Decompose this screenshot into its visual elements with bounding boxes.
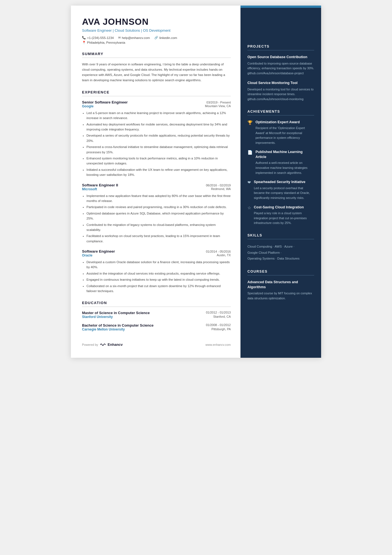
edu-entry-1: Master of Science in Computer Science 01…: [82, 311, 231, 319]
achievement-desc-2: Authored a well-received article on inno…: [255, 161, 314, 175]
job-company-3: Oracle: [82, 253, 92, 257]
job-bullets-1: Led a 5-person team on a machine learnin…: [82, 110, 231, 177]
job-location-2: Redmond, WA: [211, 187, 231, 191]
project-entry-1: Open Source Database Contribution Contri…: [247, 55, 314, 76]
bullet: Facilitated a workshop on cloud security…: [86, 233, 231, 244]
location-text: Philadelphia, Pennsylvania: [87, 41, 125, 44]
bullet: Led a 5-person team on a machine learnin…: [86, 110, 231, 121]
enhancv-brand-text: Enhancv: [108, 342, 123, 347]
achievement-title-4: Cost-Saving Cloud Integration: [254, 205, 314, 210]
job-dates-3: 01/2014 - 05/2016: [206, 250, 231, 253]
skills-line-2: Google Cloud Platform ·: [247, 250, 314, 256]
job-entry-2: Software Engineer II 06/2016 - 02/2019 M…: [82, 183, 231, 244]
phone-icon: 📞: [82, 36, 86, 40]
edu-school-1: Stanford University: [82, 315, 113, 319]
enhancv-logo-icon: [100, 343, 106, 347]
bullet: Enhanced system monitoring tools to trac…: [86, 156, 231, 166]
edu-degree-1: Master of Science in Computer Science: [82, 311, 150, 315]
footer-website: www.enhancv.com: [205, 343, 231, 346]
contact-row: 📞 +1-(234)-555-1234 ✉ help@enhancv.com 🔗…: [82, 36, 231, 40]
achievements-title: ACHIEVEMENTS: [247, 110, 314, 115]
education-title: EDUCATION: [82, 301, 231, 307]
achievement-3: ❤ Spearheaded Security Initiative Led a …: [247, 180, 314, 200]
course-desc-1: Specialized course by MIT focusing on co…: [247, 291, 314, 301]
edu-dates-1: 01/2012 - 01/2013: [206, 311, 231, 315]
job-company-row-3: Oracle Austin, TX: [82, 253, 231, 257]
projects-title: PROJECTS: [247, 45, 314, 50]
job-title-2: Software Engineer II: [82, 183, 118, 187]
bullet: Implemented a new application feature th…: [86, 193, 231, 204]
top-stripe: [240, 6, 321, 8]
edu-header-1: Master of Science in Computer Science 01…: [82, 311, 231, 315]
powered-by-label: Powered by: [82, 343, 98, 346]
job-bullets-3: Developed a custom Oracle database solut…: [82, 260, 231, 293]
edu-location-2: Pittsburgh, PA: [212, 327, 231, 331]
email-icon: ✉: [118, 36, 121, 40]
bullet: Engaged in continuous learning initiativ…: [86, 277, 231, 282]
achievement-4: ☆ Cost-Saving Cloud Integration Played a…: [247, 205, 314, 226]
achievement-desc-1: Recipient of the 'Optimization Expert Aw…: [255, 126, 314, 145]
skills-section: SKILLS Cloud Computing · AWS · Azure · G…: [247, 233, 314, 262]
left-column: AVA JOHNSON Software Engineer | Cloud So…: [71, 6, 240, 358]
phone-text: +1-(234)-555-1234: [87, 36, 114, 40]
job-entry-1: Senior Software Engineer 03/2019 - Prese…: [82, 100, 231, 177]
job-header-1: Senior Software Engineer 03/2019 - Prese…: [82, 100, 231, 104]
courses-title: COURSES: [247, 270, 314, 275]
summary-section: SUMMARY With over 9 years of experience …: [82, 52, 231, 83]
summary-title: SUMMARY: [82, 52, 231, 58]
skills-line-3: Operating Systems · Data Structures: [247, 256, 314, 262]
achievement-title-2: Published Machine Learning Article: [255, 150, 314, 159]
job-company-row-1: Google Mountain View, CA: [82, 104, 231, 108]
project-title-2: Cloud Service Monitoring Tool: [247, 81, 314, 86]
achievement-title-3: Spearheaded Security Initiative: [254, 180, 314, 185]
candidate-title: Software Engineer | Cloud Solutions | OS…: [82, 28, 231, 33]
edu-header-2: Bachelor of Science in Computer Science …: [82, 323, 231, 327]
linkedin-contact: 🔗 linkedin.com: [154, 36, 177, 40]
trophy-icon: 🏆: [247, 120, 253, 125]
bullet: Pioneered a cross-functional initiative …: [86, 144, 231, 155]
job-company-2: Microsoft: [82, 187, 97, 191]
course-entry-1: Advanced Data Structures and Algorithms …: [247, 280, 314, 301]
achievements-section: ACHIEVEMENTS 🏆 Optimization Expert Award…: [247, 110, 314, 226]
job-title-3: Software Engineer: [82, 249, 115, 253]
bullet: Collaborated on a six-month project that…: [86, 283, 231, 294]
edu-location-1: Stanford, CA: [213, 315, 231, 319]
bullet: Developed a custom Oracle database solut…: [86, 260, 231, 270]
resume-wrapper: AVA JOHNSON Software Engineer | Cloud So…: [71, 6, 321, 358]
edu-dates-2: 01/2008 - 01/2012: [206, 323, 231, 327]
courses-section: COURSES Advanced Data Structures and Alg…: [247, 270, 314, 301]
linkedin-icon: 🔗: [154, 36, 158, 40]
edu-school-2: Carnegie Mellon University: [82, 327, 125, 331]
job-header-2: Software Engineer II 06/2016 - 02/2019: [82, 183, 231, 187]
experience-title: EXPERIENCE: [82, 90, 231, 96]
job-header-3: Software Engineer 01/2014 - 05/2016: [82, 249, 231, 253]
summary-text: With over 9 years of experience in softw…: [82, 62, 231, 83]
heart-icon: ❤: [247, 180, 251, 185]
edu-degree-2: Bachelor of Science in Computer Science: [82, 323, 153, 327]
bullet: Optimized database queries in Azure SQL …: [86, 211, 231, 221]
candidate-name: AVA JOHNSON: [82, 17, 231, 27]
project-entry-2: Cloud Service Monitoring Tool Developed …: [247, 81, 314, 102]
achievement-2: 📄 Published Machine Learning Article Aut…: [247, 150, 314, 175]
bullet: Developed a series of security protocols…: [86, 133, 231, 143]
job-location-3: Austin, TX: [217, 253, 231, 257]
job-location-1: Mountain View, CA: [205, 104, 231, 108]
edu-school-row-1: Stanford University Stanford, CA: [82, 315, 231, 319]
job-company-row-2: Microsoft Redmond, WA: [82, 187, 231, 191]
achievement-title-1: Optimization Expert Award: [255, 120, 314, 125]
projects-section: PROJECTS Open Source Database Contributi…: [247, 45, 314, 102]
job-bullets-2: Implemented a new application feature th…: [82, 193, 231, 244]
project-title-1: Open Source Database Contribution: [247, 55, 314, 60]
email-contact: ✉ help@enhancv.com: [118, 36, 150, 40]
location-icon: 📍: [82, 41, 86, 45]
right-column: PROJECTS Open Source Database Contributi…: [240, 6, 321, 358]
job-company-1: Google: [82, 104, 93, 108]
linkedin-text: linkedin.com: [159, 36, 177, 40]
email-text: help@enhancv.com: [122, 36, 150, 40]
bullet: Contributed to the migration of legacy s…: [86, 222, 231, 233]
star-icon: ☆: [247, 205, 251, 210]
skills-title: SKILLS: [247, 233, 314, 239]
skills-line-1: Cloud Computing · AWS · Azure ·: [247, 244, 314, 250]
page-footer: Powered by Enhancv www.enhancv.com: [82, 342, 231, 347]
education-section: EDUCATION Master of Science in Computer …: [82, 301, 231, 331]
